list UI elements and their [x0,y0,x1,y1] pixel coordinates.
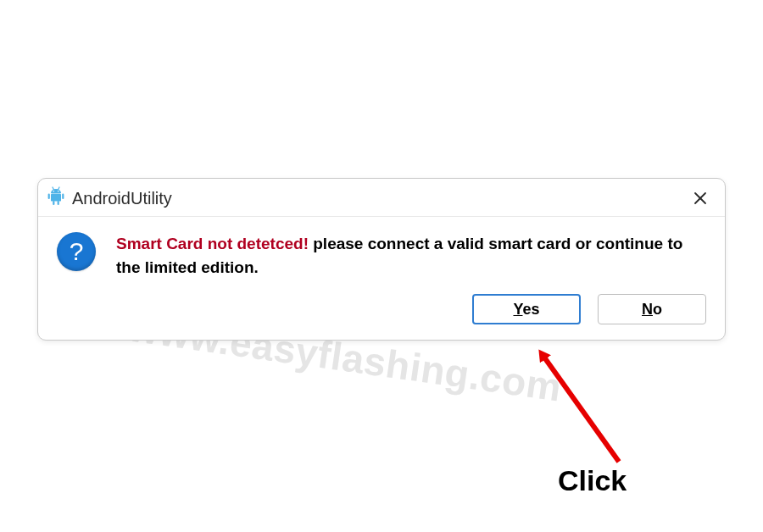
click-annotation-label: Click [558,464,627,497]
no-button[interactable]: No [598,294,706,324]
svg-rect-6 [62,194,64,200]
dialog-message: Smart Card not detetced! please connect … [116,232,710,279]
svg-line-12 [543,355,619,462]
no-rest: o [653,301,662,318]
svg-rect-5 [48,194,50,200]
close-icon[interactable] [688,186,713,211]
svg-point-2 [53,191,55,192]
title-left-group: AndroidUtility [47,186,172,210]
dialog-body: ? Smart Card not detetced! please connec… [38,217,725,287]
svg-rect-8 [58,201,59,205]
window-title: AndroidUtility [72,189,172,208]
button-row: Yes No [38,287,725,340]
svg-rect-7 [53,201,54,205]
red-arrow-icon [526,343,644,482]
no-mnemonic: N [642,301,653,318]
svg-point-3 [58,191,59,192]
help-icon-symbol: ? [70,239,84,264]
yes-button[interactable]: Yes [472,294,581,324]
help-question-icon: ? [57,232,96,271]
yes-rest: es [522,301,539,318]
titlebar: AndroidUtility [38,179,725,217]
svg-rect-4 [51,194,61,202]
dialog-window: AndroidUtility ? Smart Card not detetced… [37,178,726,341]
android-icon [47,186,65,210]
message-alert-prefix: Smart Card not detetced! [116,235,309,252]
yes-mnemonic: Y [513,301,522,318]
